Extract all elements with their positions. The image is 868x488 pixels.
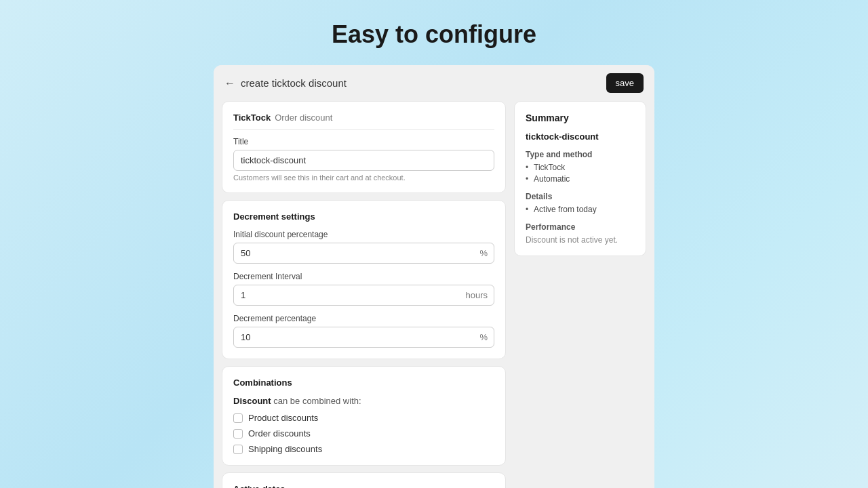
header-title: create ticktock discount (241, 77, 347, 89)
initial-discount-group: Initial discount percentage % (233, 230, 494, 264)
title-field-group: Title Customers will see this in their c… (233, 137, 494, 182)
product-discounts-checkbox[interactable] (233, 413, 243, 423)
performance-text: Discount is not active yet. (526, 235, 635, 245)
title-field-label: Title (233, 137, 494, 146)
type-method-item-1: Automatic (526, 174, 635, 184)
product-discounts-label: Product discounts (248, 413, 318, 423)
performance-title: Performance (526, 222, 635, 232)
decrement-percentage-wrapper: % (233, 327, 494, 348)
order-discounts-label: Order discounts (248, 428, 311, 439)
type-method-list: TickTock Automatic (526, 163, 635, 184)
order-discounts-checkbox[interactable] (233, 429, 243, 439)
summary-title: Summary (526, 113, 635, 123)
left-column: TickTock Order discount Title Customers … (222, 101, 506, 488)
initial-discount-input[interactable] (233, 243, 494, 264)
shipping-discounts-row: Shipping discounts (233, 444, 494, 454)
combinations-intro-bold: Discount (233, 396, 271, 406)
content-area: TickTock Order discount Title Customers … (214, 101, 654, 488)
back-arrow-icon[interactable]: ← (224, 77, 235, 89)
decrement-percentage-input[interactable] (233, 327, 494, 348)
order-discounts-row: Order discounts (233, 428, 494, 439)
title-card: TickTock Order discount Title Customers … (222, 101, 506, 193)
discount-type-sub: Order discount (275, 113, 332, 123)
save-button[interactable]: save (606, 73, 644, 93)
combinations-intro: Discount can be combined with: (233, 396, 494, 406)
page-title: Easy to configure (332, 20, 536, 49)
title-input-wrapper (233, 150, 494, 171)
decrement-percentage-group: Decrement percentage % (233, 314, 494, 348)
details-list: Active from today (526, 205, 635, 214)
type-method-title: Type and method (526, 150, 635, 159)
title-input[interactable] (233, 150, 494, 171)
details-item-0: Active from today (526, 205, 635, 214)
header-bar: ← create ticktock discount save (214, 65, 654, 101)
header-left: ← create ticktock discount (224, 77, 347, 89)
decrement-card: Decrement settings Initial discount perc… (222, 200, 506, 359)
combinations-card: Combinations Discount can be combined wi… (222, 366, 506, 466)
initial-discount-label: Initial discount percentage (233, 230, 494, 239)
discount-type-label: TickTock (233, 113, 271, 123)
main-container: ← create ticktock discount save TickTock… (214, 65, 654, 488)
decrement-section-title: Decrement settings (233, 211, 494, 222)
right-column: Summary ticktock-discount Type and metho… (514, 101, 646, 488)
details-title: Details (526, 192, 635, 201)
product-discounts-row: Product discounts (233, 413, 494, 423)
title-helper: Customers will see this in their cart an… (233, 174, 494, 182)
active-dates-card: Active dates ✔ Please note that the star… (222, 472, 506, 488)
type-method-item-0: TickTock (526, 163, 635, 172)
interval-wrapper: hours (233, 285, 494, 306)
discount-type-row: TickTock Order discount (233, 113, 494, 123)
summary-card: Summary ticktock-discount Type and metho… (514, 101, 646, 256)
shipping-discounts-label: Shipping discounts (248, 444, 322, 454)
active-dates-title: Active dates (233, 484, 494, 488)
initial-discount-wrapper: % (233, 243, 494, 264)
combinations-intro-text: can be combined with: (271, 396, 361, 406)
combinations-title: Combinations (233, 378, 494, 388)
shipping-discounts-checkbox[interactable] (233, 445, 243, 454)
summary-name: ticktock-discount (526, 131, 635, 142)
decrement-percentage-label: Decrement percentage (233, 314, 494, 323)
interval-label: Decrement Interval (233, 272, 494, 281)
interval-input[interactable] (233, 285, 494, 306)
interval-group: Decrement Interval hours (233, 272, 494, 306)
